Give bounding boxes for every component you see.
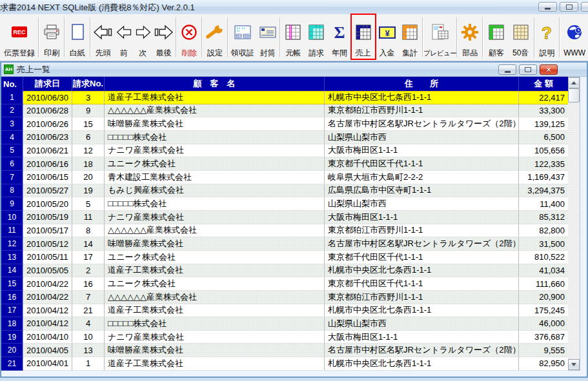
sales-list-title: 売上一覧	[17, 64, 50, 75]
window-controls: ✕	[538, 2, 588, 12]
table-row[interactable]: 3 2010/06/26 15 味噌勝産業株式会社 名古屋市中村区名駅JRセント…	[1, 117, 568, 131]
scroll-up-button[interactable]	[568, 77, 580, 88]
child-minimize-button[interactable]	[498, 64, 516, 75]
table-row[interactable]: 2 2010/06/28 9 △△△△△△産業株式会社 東京都狛江市西野川1-1…	[1, 104, 568, 118]
cell-customer: ユニーク株式会社	[105, 251, 325, 264]
cell-bill-no: 21	[72, 304, 105, 318]
table-row[interactable]: 7 2010/06/15 20 青木建設工業株式会社 岐阜県大垣市大島町2-2-…	[1, 171, 568, 184]
toolbar-separator	[227, 17, 228, 57]
toolbar-button-register[interactable]: REC 伝票登録	[1, 14, 37, 59]
table-row[interactable]: 6 2010/06/16 18 ユニーク株式会社 東京都千代田区千代1-1-1 …	[1, 157, 568, 171]
table-row[interactable]: 15 2010/04/22 16 ユニーク株式会社 東京都千代田区千代1-1-1…	[1, 277, 568, 291]
preview-icon	[424, 15, 456, 49]
toolbar-label: 前	[120, 49, 128, 57]
table-row[interactable]: 13 2010/05/11 17 ユニーク株式会社 東京都千代田区千代1-1-1…	[1, 251, 568, 264]
sales-list-window-controls: ✕	[498, 64, 558, 75]
scroll-down-button[interactable]	[568, 359, 580, 370]
scrollbar-thumb[interactable]	[568, 88, 580, 103]
minimize-button[interactable]	[538, 2, 557, 12]
table-row[interactable]: 5 2010/06/21 12 ナニワ産業株式会社 大阪市梅田区1-1-1 10…	[1, 144, 568, 158]
table-row[interactable]: 10 2010/05/19 11 ナニワ産業株式会社 大阪市梅田区1-1-1 8…	[1, 211, 568, 224]
toolbar-button-receipt[interactable]: 領収証	[229, 14, 256, 59]
sales-table-icon	[351, 15, 376, 49]
cell-no: 1	[1, 91, 23, 104]
cell-bill-no: 18	[72, 157, 105, 171]
cell-no: 6	[1, 157, 23, 171]
vertical-scrollbar[interactable]	[568, 77, 580, 371]
cell-amount: 82,950	[519, 357, 568, 371]
toolbar-button-delete[interactable]: 削除	[177, 14, 201, 59]
cell-bill-no: 1	[72, 357, 105, 371]
toolbar-button-settings[interactable]: 設定	[203, 14, 227, 59]
cell-no: 7	[1, 171, 23, 184]
child-close-button[interactable]: ✕	[540, 64, 558, 75]
table-row[interactable]: 18 2010/04/12 4 □□□□□株式会社 山梨県山梨市西 46,000	[1, 317, 568, 331]
cell-address: 名古屋市中村区名駅JRセントラルタワーズ（2階）	[325, 237, 519, 251]
maximize-icon	[566, 5, 573, 10]
toolbar-label: 元帳	[285, 49, 301, 57]
toolbar-button-prev[interactable]: 前	[115, 14, 134, 59]
scrollbar-track[interactable]	[568, 103, 580, 359]
cell-bill-date: 2010/04/10	[23, 331, 72, 344]
cell-bill-date: 2010/06/23	[23, 131, 72, 144]
toolbar-button-syllabary[interactable]: 50音	[509, 14, 533, 59]
toolbar-button-last[interactable]: 最後	[152, 14, 176, 59]
cell-bill-date: 2010/04/12	[23, 304, 72, 318]
toolbar-button-envelope[interactable]: 封筒	[256, 14, 279, 59]
cell-no: 14	[1, 264, 23, 278]
toolbar-button-www[interactable]: WWW	[561, 14, 588, 59]
toolbar-button-preview[interactable]: プレビュー	[424, 14, 456, 59]
delete-circle-x-icon	[177, 15, 201, 49]
toolbar-button-customers[interactable]: 顧客	[484, 14, 509, 59]
toolbar-separator	[534, 17, 535, 57]
last-arrow-icon	[152, 15, 176, 49]
toolbar-button-parts[interactable]: 部品	[458, 14, 482, 59]
ledger-table-icon	[281, 15, 305, 49]
invoice-table-icon	[305, 15, 328, 49]
toolbar-button-help[interactable]: ? 説明	[536, 14, 559, 59]
receipt-icon	[229, 15, 256, 49]
cell-customer: ナニワ産業株式会社	[105, 211, 325, 224]
cell-bill-no: 6	[72, 131, 105, 144]
minimize-icon	[505, 71, 511, 73]
toolbar-button-sales[interactable]: 売上	[351, 14, 376, 59]
toolbar-button-ledger[interactable]: 元帳	[281, 14, 305, 59]
table-row[interactable]: 1 2010/06/30 3 道産子工業株式会社 札幌市中央区北七条西1-1-1…	[1, 91, 568, 104]
table-row[interactable]: 12 2010/05/12 14 味噌勝産業株式会社 名古屋市中村区名駅JRセン…	[1, 237, 568, 251]
table-row[interactable]: 14 2010/05/05 2 道産子工業株式会社 札幌市中央区北七条西1-1-…	[1, 264, 568, 278]
child-restore-button[interactable]	[519, 64, 537, 75]
table-row[interactable]: 21 2010/04/01 1 道産子工業株式会社 札幌市中央区北七条西1-1-…	[1, 357, 568, 371]
table-row[interactable]: 20 2010/04/05 13 味噌勝産業株式会社 名古屋市中村区名駅JRセン…	[1, 344, 568, 357]
cell-no: 18	[1, 317, 23, 331]
cell-bill-no: 8	[72, 224, 105, 238]
toolbar-button-invoice[interactable]: 請求	[305, 14, 328, 59]
toolbar-label: 説明	[539, 49, 554, 57]
sales-list-window: AH 売上一覧 ✕ No. 請求日 請求No. 顧 客 名 住 所 金 額	[0, 61, 588, 378]
cell-bill-no: 4	[72, 317, 105, 331]
table-row[interactable]: 9 2010/05/20 5 □□□□□株式会社 山梨県山梨市西 11,400	[1, 197, 568, 211]
toolbar-button-total[interactable]: 集計	[398, 14, 421, 59]
toolbar-button-deposit[interactable]: ¥ 入金	[376, 14, 399, 59]
toolbar-button-annual[interactable]: Σ 年間	[328, 14, 351, 59]
table-row[interactable]: 8 2010/05/27 19 もみじ興産株式会社 広島県広島市中区寺町1-1-…	[1, 184, 568, 198]
wrench-icon	[203, 15, 227, 49]
table-row[interactable]: 16 2010/04/22 7 △△△△△△産業株式会社 東京都狛江市西野川1-…	[1, 291, 568, 304]
header-customer: 顧 客 名	[105, 77, 325, 91]
toolbar-button-print[interactable]: 印刷	[40, 14, 63, 59]
sales-list-titlebar: AH 売上一覧 ✕	[1, 63, 587, 77]
toolbar-label: 売上	[356, 49, 371, 57]
maximize-button[interactable]	[560, 2, 578, 12]
table-row[interactable]: 19 2010/04/10 10 ナニワ産業株式会社 大阪市梅田区1-1-1 3…	[1, 331, 568, 344]
header-bill-no: 請求No.	[72, 77, 105, 91]
close-button[interactable]: ✕	[581, 2, 588, 12]
table-row[interactable]: 11 2010/05/17 8 △△△△△△産業株式会社 東京都狛江市西野川1-…	[1, 224, 568, 238]
toolbar-button-next[interactable]: 次	[134, 14, 152, 59]
toolbar-label: 先頭	[96, 49, 111, 57]
cell-bill-no: 14	[72, 237, 105, 251]
toolbar-button-first[interactable]: 先頭	[92, 14, 115, 59]
table-row[interactable]: 4 2010/06/23 6 □□□□□株式会社 山梨県山梨市西 6,500	[1, 131, 568, 144]
toolbar-button-blank[interactable]: 白紙	[66, 14, 89, 59]
cell-bill-no: 16	[72, 277, 105, 291]
cell-bill-no: 17	[72, 251, 105, 264]
table-row[interactable]: 17 2010/04/12 21 道産子工業株式会社 札幌市中央区北七条西1-1…	[1, 304, 568, 318]
